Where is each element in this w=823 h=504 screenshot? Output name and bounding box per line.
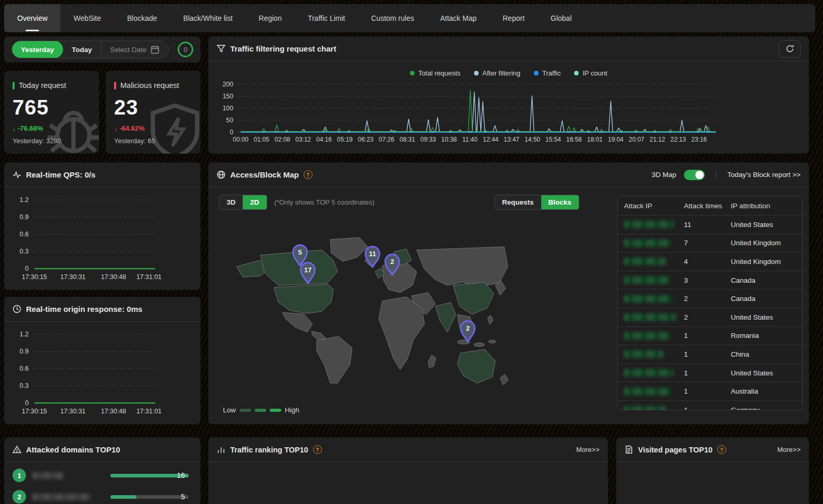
redacted-attack-ip: [624, 276, 669, 284]
legend-label: After filtering: [482, 69, 520, 77]
tab-global[interactable]: Global: [538, 4, 584, 32]
ip-attribution: United Kingdom: [731, 258, 802, 266]
map-3d-button[interactable]: 3D: [219, 195, 243, 209]
attack-table-row[interactable]: 1Romania: [618, 326, 802, 345]
svg-text:17:30:48: 17:30:48: [101, 408, 127, 415]
help-icon[interactable]: ?: [717, 445, 726, 454]
legend-item-total-requests[interactable]: Total requests: [410, 69, 460, 77]
tab-website[interactable]: WebSite: [60, 4, 114, 32]
attack-count-value: 16: [177, 471, 185, 480]
more-link[interactable]: More>>: [777, 446, 801, 453]
attack-table-header: Attack IPAttack timesIP attribution: [618, 196, 802, 215]
attack-times: 1: [684, 406, 731, 410]
refresh-countdown: 0: [178, 42, 193, 57]
tab-blockade[interactable]: Blockade: [114, 4, 170, 32]
svg-text:02:08: 02:08: [275, 136, 290, 143]
svg-text:100: 100: [222, 105, 233, 112]
map-pin-2[interactable]: 2: [461, 321, 475, 342]
block-report-link[interactable]: Today's Block report >>: [727, 171, 801, 179]
today-request-title: Today request: [13, 81, 91, 90]
requests-button[interactable]: Requests: [495, 195, 541, 209]
ip-attribution: Australia: [731, 387, 802, 395]
attack-times: 7: [684, 239, 731, 247]
attack-times: 2: [684, 313, 731, 321]
attack-table-row[interactable]: 11United States: [618, 215, 802, 234]
svg-text:2: 2: [466, 324, 469, 332]
tab-overview[interactable]: Overview: [4, 4, 60, 32]
svg-text:0: 0: [25, 265, 29, 272]
qps-chart[interactable]: 00.30.60.91.217:30:1517:30:3117:30:4817:…: [7, 190, 195, 288]
yesterday-button[interactable]: Yesterday: [12, 41, 63, 58]
ip-attribution: Canada: [731, 295, 802, 303]
tab-report[interactable]: Report: [490, 4, 538, 32]
tab-traffic-limit[interactable]: Traffic Limit: [295, 4, 358, 32]
ip-attribution: Canada: [731, 276, 802, 284]
warning-triangle-icon: [13, 445, 21, 454]
panel-title: Visited pages TOP10: [638, 446, 713, 454]
svg-text:17:30:31: 17:30:31: [60, 273, 86, 281]
tab-region[interactable]: Region: [246, 4, 295, 32]
redacted-attack-ip: [624, 313, 676, 321]
origin-response-panel: Real-time origin response: 0ms 00.30.60.…: [4, 297, 201, 424]
legend-dot: [474, 71, 479, 75]
attack-table-row[interactable]: 7United Kingdom: [618, 234, 802, 253]
panel-title: Traffic ranking TOP10: [230, 446, 308, 454]
calendar-icon: [151, 45, 159, 54]
refresh-button[interactable]: [779, 40, 801, 58]
chart-legend: Total requestsAfter filteringTrafficIP c…: [208, 68, 809, 78]
svg-text:0: 0: [230, 129, 233, 136]
help-icon[interactable]: ?: [313, 445, 322, 454]
ip-attribution: Germany: [731, 406, 802, 410]
svg-text:11: 11: [369, 250, 376, 258]
more-link[interactable]: More>>: [576, 446, 600, 453]
attack-times: 11: [684, 221, 731, 229]
help-icon[interactable]: ?: [304, 170, 313, 179]
tab-custom-rules[interactable]: Custom rules: [358, 4, 427, 32]
svg-text:18:01: 18:01: [587, 136, 603, 143]
svg-text:17:30:15: 17:30:15: [22, 408, 47, 415]
clock-icon: [13, 305, 21, 313]
tab-attack-map[interactable]: Attack Map: [427, 4, 490, 32]
legend-dot: [410, 71, 415, 75]
attacked-domain-row[interactable]: 116: [13, 467, 192, 484]
attack-table-row[interactable]: 2United States: [618, 308, 802, 326]
column-header: IP attribution: [731, 202, 802, 210]
3d-map-toggle[interactable]: [684, 170, 705, 180]
attacked-domain-row[interactable]: 25: [13, 488, 192, 504]
svg-text:200: 200: [222, 81, 233, 88]
svg-text:13:47: 13:47: [504, 136, 519, 143]
attack-table-row[interactable]: 4United Kingdom: [618, 252, 802, 271]
world-map[interactable]: 5171122: [228, 234, 509, 393]
legend-item-after-filtering[interactable]: After filtering: [474, 69, 520, 77]
svg-text:22:13: 22:13: [670, 136, 686, 143]
legend-item-traffic[interactable]: Traffic: [534, 69, 560, 77]
select-date-button[interactable]: Select Date: [101, 41, 169, 58]
attack-table-row[interactable]: 1Australia: [618, 382, 802, 400]
attack-table-row[interactable]: 3Canada: [618, 271, 802, 289]
redacted-domain: [32, 472, 64, 479]
map-pin-11[interactable]: 11: [366, 247, 380, 268]
attack-table-row[interactable]: 2Canada: [618, 289, 802, 308]
today-button[interactable]: Today: [63, 41, 101, 58]
legend-label: IP count: [582, 69, 607, 77]
svg-text:20:07: 20:07: [629, 136, 644, 143]
date-filter-panel: Yesterday Today Select Date 0: [4, 36, 201, 62]
legend-item-ip-count[interactable]: IP count: [574, 69, 607, 77]
map-2d-button[interactable]: 2D: [243, 195, 266, 209]
blocks-button[interactable]: Blocks: [541, 195, 579, 209]
ip-attribution: United States: [731, 369, 802, 377]
map-note: (*Only shows TOP 5 coordinates): [275, 198, 375, 206]
svg-text:21:12: 21:12: [650, 136, 665, 143]
tab-black-white-list[interactable]: Black/White list: [170, 4, 246, 32]
attack-ip-table[interactable]: Attack IPAttack timesIP attribution11Uni…: [617, 196, 803, 410]
redacted-attack-ip: [624, 369, 674, 376]
main-nav: OverviewWebSiteBlockadeBlack/White listR…: [4, 4, 815, 32]
redacted-attack-ip: [624, 406, 666, 410]
origin-chart[interactable]: 00.30.60.91.217:30:1517:30:3117:30:4817:…: [7, 324, 195, 423]
redacted-attack-ip: [624, 388, 671, 395]
malicious-request-card: Malicious request 23 ↓ -64.62% Yesterday…: [106, 71, 201, 154]
traffic-chart[interactable]: 05010015020000:0001:0502:0803:1204:1605:…: [208, 78, 809, 156]
attack-table-row[interactable]: 1United States: [618, 363, 802, 382]
attack-table-row[interactable]: 1China: [618, 345, 802, 363]
attack-table-row[interactable]: 1Germany: [618, 400, 802, 410]
